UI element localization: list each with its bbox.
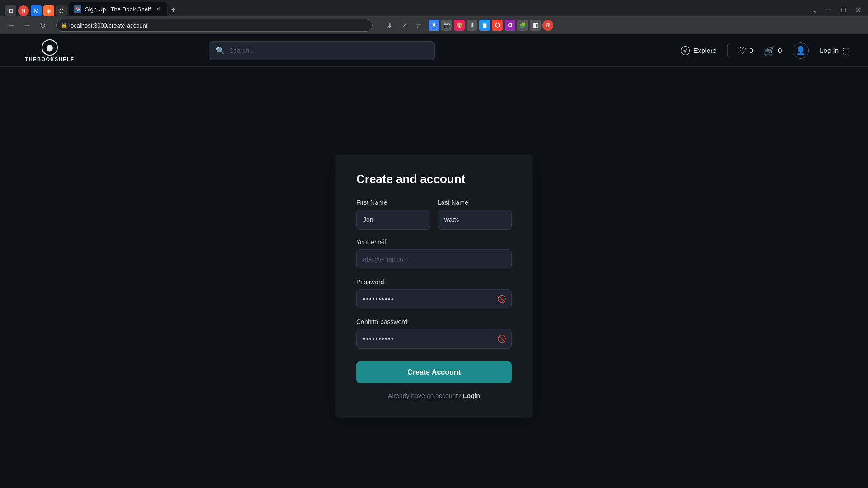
search-bar-wrapper: 🔍 bbox=[209, 41, 435, 60]
confirm-password-input[interactable] bbox=[356, 329, 512, 349]
tab-menu-button[interactable]: ⌄ bbox=[808, 4, 821, 16]
ext-sidebar-icon: ◧ bbox=[530, 20, 541, 31]
ext-icon: ◉ bbox=[43, 5, 54, 16]
last-name-group: Last Name bbox=[438, 199, 512, 230]
ext-red-icon: ⬡ bbox=[492, 20, 503, 31]
login-icon: ⬚ bbox=[842, 46, 850, 56]
ext-a-icon: A bbox=[429, 20, 439, 31]
login-link[interactable]: Login bbox=[463, 392, 480, 399]
confirm-password-input-wrap: 🚫 bbox=[356, 329, 512, 349]
main-content: Create and account First Name Last Name … bbox=[0, 67, 868, 488]
login-label: Log In bbox=[820, 47, 839, 54]
ext-color-icon: 🎨 bbox=[454, 20, 465, 31]
first-name-label: First Name bbox=[356, 199, 430, 206]
ext-purple-icon: ⚙ bbox=[505, 20, 515, 31]
password-group: Password 🚫 bbox=[356, 278, 512, 309]
app-header: ⬤ THEBOOKSHELF 🔍 ◎ Explore ♡ 0 🛒 0 👤 Log… bbox=[0, 34, 868, 67]
back-button[interactable]: ← bbox=[5, 19, 18, 32]
maximize-button[interactable]: □ bbox=[837, 4, 850, 16]
confirm-eye-off-icon: 🚫 bbox=[497, 334, 506, 343]
gmail-icon: M bbox=[31, 5, 42, 16]
github-icon: ⬡ bbox=[56, 5, 67, 16]
logo-icon: ⬤ bbox=[42, 39, 58, 56]
forward-button[interactable]: → bbox=[21, 19, 33, 32]
explore-button[interactable]: ◎ Explore bbox=[681, 46, 717, 55]
neos-icon: N bbox=[18, 5, 29, 16]
first-name-input[interactable] bbox=[356, 210, 430, 230]
cart-button[interactable]: 🛒 0 bbox=[764, 45, 782, 56]
lock-icon: 🔒 bbox=[61, 22, 67, 28]
minimize-button[interactable]: ─ bbox=[823, 4, 835, 16]
new-tab-button[interactable]: + bbox=[167, 4, 180, 16]
search-bar: 🔍 bbox=[209, 41, 435, 60]
login-link-row: Already have an account? Login bbox=[356, 392, 512, 399]
email-label: Your email bbox=[356, 239, 512, 246]
confirm-password-toggle-button[interactable]: 🚫 bbox=[497, 334, 506, 343]
form-title: Create and account bbox=[356, 172, 512, 186]
header-right: ◎ Explore ♡ 0 🛒 0 👤 Log In ⬚ bbox=[681, 42, 850, 59]
confirm-password-label: Confirm password bbox=[356, 318, 512, 325]
reload-button[interactable]: ↻ bbox=[36, 19, 49, 32]
active-tab[interactable]: 📚 Sign Up | The Book Shelf ✕ bbox=[69, 2, 167, 16]
password-input-wrap: 🚫 bbox=[356, 289, 512, 309]
compass-icon: ◎ bbox=[681, 46, 690, 55]
browser-apps-icon[interactable]: ⊞ bbox=[5, 5, 16, 16]
password-label: Password bbox=[356, 278, 512, 286]
wishlist-count: 0 bbox=[750, 47, 753, 54]
login-button[interactable]: Log In ⬚ bbox=[820, 46, 850, 56]
tab-favicon: 📚 bbox=[74, 5, 81, 13]
ext-blue-icon: ◼ bbox=[479, 20, 490, 31]
ext-puzzle-icon: 🧩 bbox=[517, 20, 528, 31]
password-toggle-button[interactable]: 🚫 bbox=[497, 295, 506, 303]
create-account-button[interactable]: Create Account bbox=[356, 361, 512, 383]
profile-icon: 👤 bbox=[796, 46, 806, 56]
search-icon: 🔍 bbox=[216, 46, 225, 55]
first-name-group: First Name bbox=[356, 199, 430, 230]
address-bar-input[interactable] bbox=[56, 19, 373, 32]
last-name-input[interactable] bbox=[438, 210, 512, 230]
heart-icon: ♡ bbox=[739, 45, 747, 56]
close-button[interactable]: ✕ bbox=[852, 4, 864, 16]
confirm-password-group: Confirm password 🚫 bbox=[356, 318, 512, 349]
ext-profile-icon: R bbox=[542, 20, 553, 31]
tab-close-button[interactable]: ✕ bbox=[155, 5, 162, 13]
logo-area: ⬤ THEBOOKSHELF bbox=[18, 39, 81, 62]
already-account-text: Already have an account? bbox=[388, 392, 461, 399]
tab-title: Sign Up | The Book Shelf bbox=[85, 6, 151, 13]
name-row: First Name Last Name bbox=[356, 199, 512, 230]
explore-label: Explore bbox=[693, 47, 717, 54]
password-input[interactable] bbox=[356, 289, 512, 309]
email-input[interactable] bbox=[356, 249, 512, 269]
eye-off-icon: 🚫 bbox=[497, 295, 506, 303]
ext-download-icon: ⬇ bbox=[467, 20, 477, 31]
cart-icon: 🛒 bbox=[764, 45, 775, 56]
search-input[interactable] bbox=[229, 47, 428, 54]
profile-button[interactable]: 👤 bbox=[793, 42, 809, 59]
last-name-label: Last Name bbox=[438, 199, 512, 206]
logo-text: THEBOOKSHELF bbox=[25, 56, 74, 62]
download-button[interactable]: ⬇ bbox=[383, 19, 396, 32]
signup-form-card: Create and account First Name Last Name … bbox=[335, 154, 533, 418]
ext-camera-icon: 📷 bbox=[441, 20, 452, 31]
email-group: Your email bbox=[356, 239, 512, 269]
header-divider bbox=[727, 44, 728, 57]
wishlist-button[interactable]: ♡ 0 bbox=[739, 45, 753, 56]
bookmark-button[interactable]: ☆ bbox=[412, 19, 425, 32]
cart-count: 0 bbox=[778, 47, 782, 54]
share-button[interactable]: ↗ bbox=[398, 19, 410, 32]
